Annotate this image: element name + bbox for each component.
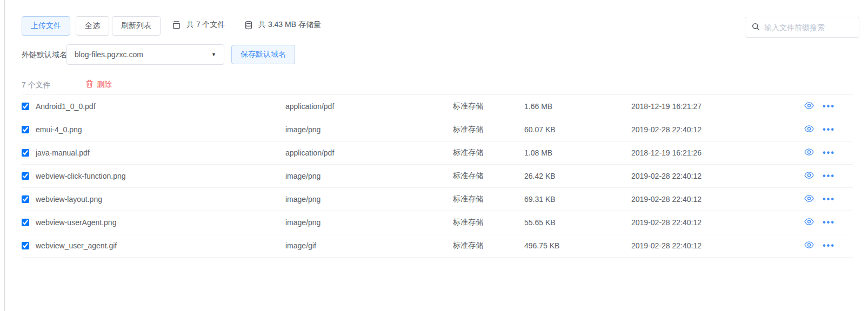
upload-file-button[interactable]: 上传文件	[22, 16, 70, 36]
preview-button[interactable]	[804, 172, 814, 180]
row-actions: •••	[804, 102, 853, 111]
domain-label: 外链默认域名	[22, 50, 67, 60]
domain-select[interactable]: blog-files.pgzxc.com ▼	[66, 44, 224, 65]
row-checkbox[interactable]	[22, 103, 29, 110]
file-size: 26.42 KB	[524, 172, 631, 180]
save-domain-button[interactable]: 保存默认域名	[231, 45, 295, 64]
delete-button[interactable]: 删除	[85, 79, 112, 90]
refresh-list-button[interactable]: 刷新列表	[112, 16, 161, 36]
file-storage-class: 标准存储	[453, 125, 524, 134]
ellipsis-icon: •••	[823, 102, 835, 111]
left-panel-divider	[4, 0, 5, 311]
select-all-button[interactable]: 全选	[76, 16, 109, 36]
file-modified: 2019-02-28 22:40:12	[631, 172, 804, 180]
database-icon	[244, 21, 253, 30]
file-name-cell: webview-click-function.png	[22, 172, 285, 180]
file-mime: image/png	[285, 172, 453, 180]
file-name: webview-userAgent.png	[36, 218, 116, 227]
storage-text: 共 3.43 MB 存储量	[258, 20, 321, 30]
file-name: emui-4_0.png	[36, 125, 82, 134]
file-modified: 2018-12-19 16:21:27	[631, 102, 804, 111]
table-row: webview-userAgent.png image/png 标准存储 55.…	[22, 211, 853, 234]
file-count-stat: 共 7 个文件	[172, 20, 225, 30]
file-storage-class: 标准存储	[453, 194, 524, 204]
row-checkbox[interactable]	[22, 149, 29, 157]
table-row: emui-4_0.png image/png 标准存储 60.07 KB 201…	[22, 118, 853, 141]
file-size: 1.08 MB	[524, 148, 631, 157]
row-checkbox[interactable]	[22, 195, 29, 203]
preview-button[interactable]	[804, 102, 814, 111]
file-storage-class: 标准存储	[453, 102, 524, 111]
box-icon	[172, 21, 181, 30]
file-size: 1.66 MB	[524, 102, 631, 111]
row-checkbox[interactable]	[22, 219, 29, 226]
preview-button[interactable]	[804, 241, 814, 250]
file-name-cell: emui-4_0.png	[22, 125, 285, 134]
row-checkbox[interactable]	[22, 172, 29, 180]
search-box[interactable]	[745, 17, 859, 38]
file-manager-page: 上传文件 全选 刷新列表 共 7 个文件 共 3.43 MB 存储量 外链默认	[0, 0, 868, 311]
file-name: webview-layout.png	[36, 195, 102, 204]
more-actions-button[interactable]: •••	[823, 241, 835, 250]
trash-icon	[85, 79, 94, 90]
table-row: webview-click-function.png image/png 标准存…	[22, 165, 853, 188]
more-actions-button[interactable]: •••	[823, 172, 835, 180]
file-name: java-manual.pdf	[36, 148, 90, 157]
file-modified: 2019-02-28 22:40:12	[631, 218, 804, 227]
more-actions-button[interactable]: •••	[823, 125, 835, 134]
file-size: 69.31 KB	[524, 195, 631, 204]
preview-button[interactable]	[804, 148, 814, 157]
chevron-down-icon: ▼	[211, 52, 216, 57]
row-actions: •••	[804, 195, 853, 204]
file-mime: application/pdf	[285, 102, 453, 111]
eye-icon	[804, 195, 814, 204]
file-count-text: 共 7 个文件	[186, 20, 225, 30]
more-actions-button[interactable]: •••	[823, 218, 835, 227]
preview-button[interactable]	[804, 125, 814, 134]
preview-button[interactable]	[804, 218, 814, 227]
more-actions-button[interactable]: •••	[823, 195, 835, 204]
more-actions-button[interactable]: •••	[823, 148, 835, 157]
file-modified: 2019-02-28 22:40:12	[631, 125, 804, 134]
ellipsis-icon: •••	[823, 125, 835, 134]
file-name-cell: webview-userAgent.png	[22, 218, 285, 227]
ellipsis-icon: •••	[823, 195, 835, 204]
file-storage-class: 标准存储	[453, 218, 524, 227]
ellipsis-icon: •••	[823, 172, 835, 180]
eye-icon	[804, 125, 814, 134]
row-checkbox[interactable]	[22, 242, 29, 249]
row-checkbox[interactable]	[22, 126, 29, 133]
file-storage-class: 标准存储	[453, 171, 524, 181]
eye-icon	[804, 241, 814, 250]
file-name-cell: webview_user_agent.gif	[22, 241, 285, 250]
eye-icon	[804, 102, 814, 111]
file-name: Android1_0_0.pdf	[36, 102, 96, 111]
file-size: 60.07 KB	[524, 125, 631, 134]
file-name: webview-click-function.png	[36, 172, 126, 180]
table-row: java-manual.pdf application/pdf 标准存储 1.0…	[22, 141, 853, 165]
more-actions-button[interactable]: •••	[823, 102, 835, 111]
file-mime: application/pdf	[285, 148, 453, 157]
domain-select-value: blog-files.pgzxc.com	[75, 50, 143, 59]
file-storage-class: 标准存储	[453, 148, 524, 158]
file-name-cell: Android1_0_0.pdf	[22, 102, 285, 111]
search-input[interactable]	[764, 23, 852, 32]
file-mime: image/gif	[285, 241, 453, 250]
delete-label: 删除	[97, 80, 112, 90]
eye-icon	[804, 218, 814, 227]
file-size: 55.65 KB	[524, 218, 631, 227]
file-modified: 2018-12-19 16:21:26	[631, 148, 804, 157]
file-mime: image/png	[285, 195, 453, 204]
table-row: webview_user_agent.gif image/gif 标准存储 49…	[22, 234, 853, 258]
storage-stat: 共 3.43 MB 存储量	[244, 20, 321, 30]
eye-icon	[804, 172, 814, 180]
row-actions: •••	[804, 241, 853, 250]
selected-count-text: 7 个文件	[22, 80, 51, 90]
file-storage-class: 标准存储	[453, 241, 524, 251]
file-name-cell: java-manual.pdf	[22, 148, 285, 157]
file-name-cell: webview-layout.png	[22, 195, 285, 204]
row-actions: •••	[804, 172, 853, 180]
preview-button[interactable]	[804, 195, 814, 204]
search-icon	[752, 23, 760, 32]
row-actions: •••	[804, 148, 853, 157]
